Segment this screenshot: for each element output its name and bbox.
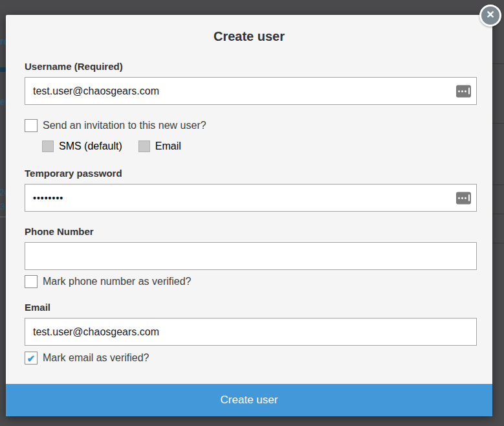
phone-verified-label: Mark phone number as verified? — [43, 275, 191, 289]
email-channel-label: Email — [155, 140, 181, 152]
background-row-line — [492, 63, 504, 64]
email-label: Email — [25, 302, 477, 313]
checkmark-icon: ✔ — [27, 353, 36, 363]
phone-verified-checkbox[interactable] — [25, 275, 38, 288]
username-label: Username (Required) — [25, 61, 477, 73]
send-invitation-checkbox[interactable] — [25, 119, 38, 132]
email-verified-label: Mark email as verified? — [43, 351, 149, 365]
temporary-password-input[interactable] — [25, 184, 477, 212]
sms-channel-group: SMS (default) — [42, 140, 122, 152]
invitation-channels-row: SMS (default) Email — [25, 140, 477, 152]
sms-checkbox[interactable] — [42, 140, 54, 152]
username-input-wrap — [25, 77, 477, 105]
phone-input-wrap — [25, 242, 477, 270]
background-page-fragment: 3 — [0, 202, 5, 211]
phone-number-input[interactable] — [25, 242, 477, 270]
send-invitation-label: Send an invitation to this new user? — [43, 118, 206, 133]
sms-label: SMS (default) — [59, 140, 122, 152]
autofill-icon — [456, 192, 471, 204]
invitation-row: Send an invitation to this new user? — [25, 118, 477, 133]
email-verified-checkbox[interactable]: ✔ — [25, 352, 38, 364]
email-input-wrap — [25, 318, 477, 346]
create-user-button[interactable]: Create user — [6, 384, 492, 416]
background-row-line — [492, 123, 504, 124]
temporary-password-label: Temporary password — [25, 168, 477, 179]
username-input[interactable] — [25, 77, 477, 105]
background-row-line — [492, 243, 504, 243]
background-row-line — [492, 185, 504, 185]
phone-verified-row: Mark phone number as verified? — [25, 275, 477, 289]
background-tab-underline — [0, 67, 6, 72]
background-divider — [0, 216, 6, 218]
password-input-wrap — [25, 184, 477, 212]
email-channel-checkbox[interactable] — [138, 140, 150, 152]
dialog-title: Create user — [6, 29, 492, 44]
background-row-line — [492, 214, 504, 214]
email-verified-row: ✔ Mark email as verified? — [25, 351, 477, 365]
autofill-icon — [456, 85, 471, 97]
dialog-content: Username (Required) Send an invitation t… — [6, 61, 492, 365]
email-input[interactable] — [25, 318, 477, 346]
close-icon: ✕ — [486, 10, 494, 20]
create-user-dialog: ✕ Create user Username (Required) Send a… — [6, 15, 492, 416]
email-channel-group: Email — [138, 140, 181, 152]
close-button[interactable]: ✕ — [479, 5, 501, 27]
phone-number-label: Phone Number — [25, 226, 477, 238]
